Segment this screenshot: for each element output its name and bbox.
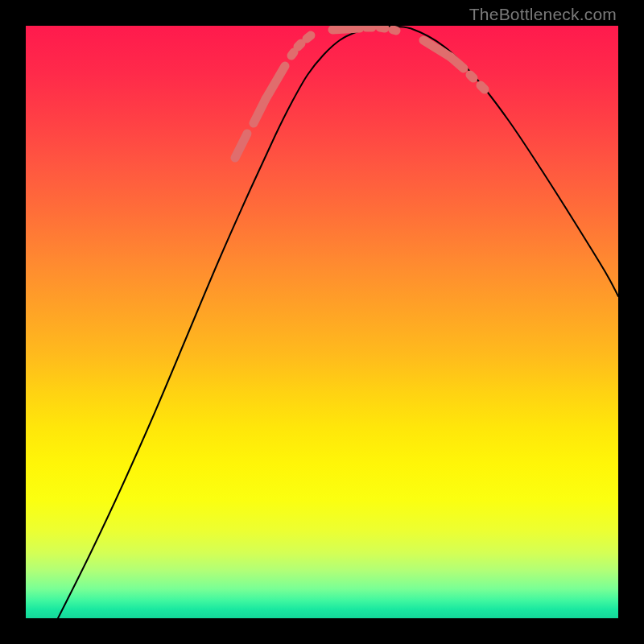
dash-segment — [266, 66, 285, 99]
dash-segment — [235, 134, 247, 158]
main-curve — [58, 27, 618, 618]
dash-segment — [470, 75, 473, 78]
dash-overlay — [235, 27, 485, 158]
curve-line — [58, 27, 618, 618]
dash-segment — [307, 35, 311, 39]
dash-segment — [332, 28, 360, 30]
dash-segment — [298, 43, 301, 47]
dash-segment — [291, 52, 294, 56]
plot-area — [26, 26, 618, 618]
watermark-text: TheBottleneck.com — [469, 5, 617, 24]
chart-svg — [26, 26, 618, 618]
dash-segment — [451, 57, 464, 68]
chart-frame: TheBottleneck.com — [0, 0, 644, 644]
dash-segment — [393, 30, 396, 31]
dash-segment — [481, 85, 485, 89]
dash-segment — [380, 27, 385, 28]
